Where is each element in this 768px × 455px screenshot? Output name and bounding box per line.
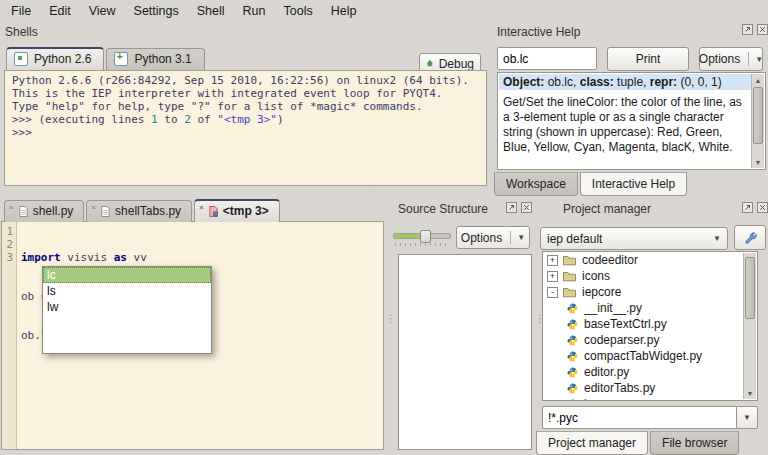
shell-tabbar: Python 2.6 + Python 3.1 bbox=[6, 46, 207, 70]
menu-tools[interactable]: Tools bbox=[274, 2, 321, 20]
undock-icon[interactable] bbox=[506, 202, 517, 213]
python-file-icon bbox=[567, 367, 578, 378]
tree-item-folder[interactable]: - iepcore bbox=[543, 284, 757, 300]
shell-new-icon: + bbox=[114, 52, 128, 66]
help-result-pane[interactable]: Object: ob.lc, class: tuple, repr: (0, 0… bbox=[497, 72, 766, 170]
tree-item-folder[interactable]: + codeeditor bbox=[543, 252, 757, 268]
project-config-select[interactable]: iep default ▼ bbox=[540, 227, 728, 250]
iep-window: File Edit View Settings Shell Run Tools … bbox=[0, 0, 768, 455]
help-dock-tabbar: Workspace Interactive Help bbox=[494, 172, 687, 196]
python-file-icon bbox=[567, 351, 578, 362]
project-manager-title: Project manager bbox=[563, 202, 651, 216]
editor-tab-shelltabs-py[interactable]: × shellTabs.py bbox=[86, 200, 192, 222]
tree-scrollbar[interactable]: ▼ bbox=[743, 253, 756, 399]
folder-icon bbox=[563, 271, 576, 282]
help-panel-controls bbox=[742, 24, 768, 35]
menu-help[interactable]: Help bbox=[322, 2, 366, 20]
collapse-icon[interactable]: - bbox=[547, 287, 558, 298]
source-structure-list[interactable] bbox=[398, 254, 532, 450]
tree-item-file[interactable]: editor.py bbox=[543, 364, 757, 380]
source-structure-title: Source Structure bbox=[398, 202, 488, 216]
expand-icon[interactable]: + bbox=[547, 255, 558, 266]
scroll-up-icon[interactable]: ▲ bbox=[752, 74, 764, 86]
file-filter-input[interactable] bbox=[542, 406, 736, 429]
shell-tab-label: Python 2.6 bbox=[34, 52, 91, 66]
unsaved-document-icon bbox=[208, 206, 219, 217]
shell-tab-python26[interactable]: Python 2.6 bbox=[6, 47, 104, 70]
autocomplete-item[interactable]: lc bbox=[43, 267, 211, 283]
autocomplete-item[interactable]: lw bbox=[43, 299, 211, 315]
help-result-header: Object: ob.lc, class: tuple, repr: (0, 0… bbox=[499, 74, 751, 90]
project-dock-tabbar: Project manager File browser bbox=[536, 431, 739, 455]
tree-item-file[interactable]: icons.py bbox=[543, 396, 757, 401]
help-query-input[interactable] bbox=[497, 47, 597, 70]
project-settings-button[interactable] bbox=[734, 225, 766, 250]
tree-item-file[interactable]: baseTextCtrl.py bbox=[543, 316, 757, 332]
undock-icon[interactable] bbox=[742, 24, 753, 35]
source-structure-options-button[interactable]: Options ▼ bbox=[456, 226, 530, 249]
shell-line: >>> (executing lines 1 to 2 of "<tmp 3>"… bbox=[12, 113, 486, 126]
line-number-gutter: 1 2 3 bbox=[2, 222, 17, 449]
expand-icon[interactable]: + bbox=[547, 271, 558, 282]
splitter-handle[interactable]: ⋮ bbox=[386, 316, 396, 321]
close-icon[interactable] bbox=[521, 202, 532, 213]
scroll-thumb[interactable] bbox=[745, 257, 755, 319]
menu-settings[interactable]: Settings bbox=[125, 2, 188, 20]
tab-close-icon[interactable]: × bbox=[199, 204, 204, 211]
close-icon[interactable] bbox=[757, 24, 768, 35]
shells-panel-title: Shells bbox=[5, 25, 38, 39]
help-options-button[interactable]: Options ▼ bbox=[699, 47, 763, 71]
tab-interactive-help[interactable]: Interactive Help bbox=[580, 172, 687, 196]
tab-close-icon[interactable]: × bbox=[91, 204, 96, 211]
chevron-down-icon: ▼ bbox=[743, 413, 751, 422]
folder-icon bbox=[563, 255, 576, 266]
tab-file-browser[interactable]: File browser bbox=[650, 431, 739, 455]
scroll-down-icon[interactable]: ▼ bbox=[744, 387, 756, 399]
menu-run[interactable]: Run bbox=[234, 2, 275, 20]
editor-tab-tmp3[interactable]: × <tmp 3> bbox=[194, 199, 280, 222]
bug-icon bbox=[426, 58, 434, 69]
document-icon bbox=[18, 206, 29, 217]
python-file-icon bbox=[567, 303, 578, 314]
shell-status-icon bbox=[14, 52, 28, 66]
tree-item-file[interactable]: __init__.py bbox=[543, 300, 757, 316]
python-file-icon bbox=[567, 335, 578, 346]
project-file-tree[interactable]: + codeeditor + icons - iepcore __init__.… bbox=[542, 251, 758, 401]
chevron-down-icon: ▼ bbox=[517, 233, 525, 242]
tab-workspace[interactable]: Workspace bbox=[494, 172, 578, 196]
close-icon[interactable] bbox=[757, 202, 768, 213]
menu-shell[interactable]: Shell bbox=[188, 2, 234, 20]
shell-output[interactable]: Python 2.6.6 (r266:84292, Sep 15 2010, 1… bbox=[4, 70, 487, 186]
menu-view[interactable]: View bbox=[80, 2, 125, 20]
wrench-icon bbox=[743, 231, 757, 245]
editor-tabbar: × shell.py × shellTabs.py × <tmp 3> bbox=[4, 197, 282, 222]
menu-bar: File Edit View Settings Shell Run Tools … bbox=[0, 0, 768, 21]
depth-slider[interactable] bbox=[393, 231, 449, 239]
project-manager-controls bbox=[742, 202, 768, 213]
tab-close-icon[interactable]: × bbox=[9, 204, 14, 211]
print-button[interactable]: Print bbox=[607, 47, 689, 71]
scroll-thumb[interactable] bbox=[753, 87, 763, 144]
tree-item-folder[interactable]: + icons bbox=[543, 268, 757, 284]
scroll-down-icon[interactable]: ▼ bbox=[752, 156, 764, 168]
editor-tab-shell-py[interactable]: × shell.py bbox=[4, 200, 84, 222]
autocomplete-item[interactable]: ls bbox=[43, 283, 211, 299]
python-file-icon bbox=[567, 399, 578, 402]
splitter-handle[interactable]: ⋯ bbox=[368, 180, 379, 191]
tree-item-file[interactable]: compactTabWidget.py bbox=[543, 348, 757, 364]
filter-dropdown-button[interactable]: ▼ bbox=[736, 406, 758, 429]
tree-item-file[interactable]: codeparser.py bbox=[543, 332, 757, 348]
tab-project-manager[interactable]: Project manager bbox=[536, 431, 648, 455]
debug-label: Debug bbox=[439, 57, 474, 71]
slider-handle[interactable] bbox=[420, 230, 431, 243]
undock-icon[interactable] bbox=[742, 202, 753, 213]
menu-edit[interactable]: Edit bbox=[40, 2, 80, 20]
tree-item-file[interactable]: editorTabs.py bbox=[543, 380, 757, 396]
help-result-body: Get/Set the lineColor: the color of the … bbox=[498, 90, 765, 155]
menu-file[interactable]: File bbox=[2, 2, 40, 20]
interactive-help-title: Interactive Help bbox=[497, 25, 580, 39]
document-icon bbox=[100, 206, 111, 217]
shell-tab-python31[interactable]: + Python 3.1 bbox=[106, 48, 204, 70]
help-scrollbar[interactable]: ▲ ▼ bbox=[751, 74, 764, 168]
chevron-down-icon: ▼ bbox=[755, 55, 763, 64]
